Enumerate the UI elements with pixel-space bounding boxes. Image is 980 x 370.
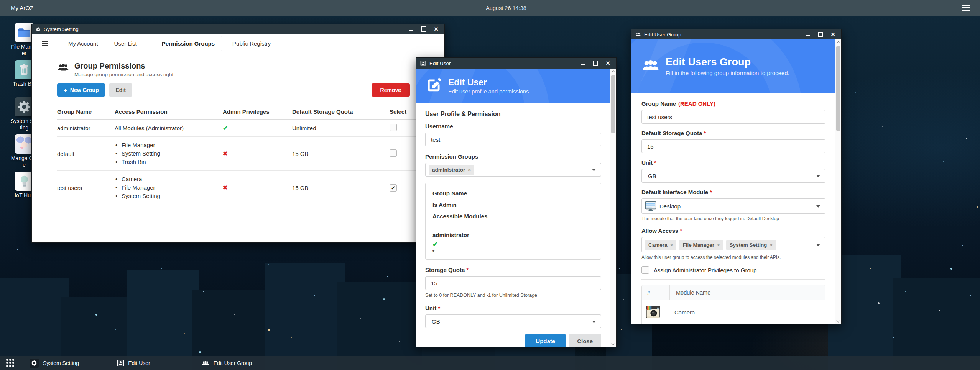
new-group-button[interactable]: + New Group bbox=[57, 83, 105, 97]
interface-module-value: Desktop bbox=[659, 203, 681, 210]
quota-cell: Unlimited bbox=[292, 120, 390, 137]
quota-cell: 15 GB bbox=[292, 137, 390, 171]
row-select-checkbox-checked[interactable]: ✔ bbox=[390, 184, 397, 192]
col-access-permission: Access Permission bbox=[115, 104, 223, 120]
module-tag: File Manager × bbox=[679, 240, 723, 250]
allow-access-multiselect[interactable]: Camera × File Manager × System Setting × bbox=[641, 237, 825, 252]
storage-quota-help: Set to 0 for READONLY and -1 for Unlimit… bbox=[425, 293, 601, 298]
remove-tag-icon[interactable]: × bbox=[468, 167, 471, 173]
close-dialog-button[interactable]: Close bbox=[569, 334, 601, 347]
section-title: User Profile & Permission bbox=[425, 111, 601, 118]
edit-group-button[interactable]: Edit bbox=[109, 83, 132, 97]
chevron-down-icon bbox=[592, 321, 596, 323]
tab-permission-groups[interactable]: Permission Groups bbox=[155, 36, 222, 51]
window-title: Edit User Group bbox=[644, 32, 681, 38]
unit-select[interactable]: GB bbox=[425, 314, 601, 328]
minimize-button[interactable] bbox=[581, 64, 585, 65]
minimize-button[interactable] bbox=[806, 35, 810, 36]
col-default-storage-quota: Default Storage Quota bbox=[292, 104, 390, 120]
users-icon bbox=[202, 360, 209, 366]
tab-public-registry[interactable]: Public Registry bbox=[232, 40, 271, 47]
window-title: Edit User bbox=[429, 61, 451, 66]
table-row: default File Manager System Setting Tras… bbox=[57, 137, 419, 171]
admin-privileges-checkbox[interactable] bbox=[641, 266, 649, 274]
close-button[interactable]: × bbox=[606, 61, 610, 66]
scrollbar[interactable] bbox=[610, 69, 616, 347]
dialog-title: Edit Users Group bbox=[666, 56, 789, 68]
app-launcher-icon[interactable] bbox=[6, 359, 14, 367]
scroll-up-icon[interactable] bbox=[612, 70, 615, 74]
update-button[interactable]: Update bbox=[525, 334, 566, 347]
start-menu-button[interactable]: My ArOZ bbox=[11, 5, 33, 11]
sidebar-toggle-icon[interactable] bbox=[42, 41, 48, 46]
close-button[interactable]: × bbox=[434, 26, 438, 32]
edit-icon bbox=[426, 77, 442, 95]
username-field[interactable] bbox=[425, 133, 601, 146]
unit-select[interactable]: GB bbox=[641, 169, 825, 183]
maximize-button[interactable] bbox=[818, 32, 823, 37]
default-interface-module-label: Default Interface Module* bbox=[641, 189, 825, 195]
scrollbar-thumb[interactable] bbox=[611, 75, 615, 133]
tab-user-list[interactable]: User List bbox=[114, 40, 137, 47]
plus-icon: + bbox=[64, 87, 67, 93]
permission-groups-panel: Group Permissions Manage group permissio… bbox=[32, 62, 444, 205]
edit-user-form: User Profile & Permission Username Permi… bbox=[416, 111, 610, 347]
clock: August 26 14:38 bbox=[486, 5, 526, 11]
system-setting-titlebar[interactable]: System Setting × bbox=[32, 24, 444, 34]
row-select-checkbox[interactable] bbox=[390, 149, 397, 157]
maximize-button[interactable] bbox=[421, 26, 426, 32]
default-interface-module-select[interactable]: Desktop bbox=[641, 198, 825, 214]
scrollbar-thumb[interactable] bbox=[836, 46, 840, 131]
system-setting-window: System Setting × My Account User List Pe… bbox=[31, 24, 445, 243]
required-mark: * bbox=[680, 228, 682, 234]
allow-access-label: Allow Access* bbox=[641, 228, 825, 234]
group-tag: administrator × bbox=[429, 165, 474, 175]
storage-quota-label: Storage Quota* bbox=[425, 267, 601, 273]
col-module-name: Module Name bbox=[670, 285, 825, 300]
cross-icon: ✖ bbox=[223, 150, 228, 157]
maximize-button[interactable] bbox=[593, 61, 598, 66]
module-tag: Camera × bbox=[645, 240, 676, 250]
check-icon: ✔ bbox=[223, 125, 228, 131]
required-mark: * bbox=[710, 189, 712, 195]
panel-group-value: administrator bbox=[432, 232, 594, 238]
required-mark: * bbox=[654, 159, 656, 166]
default-storage-quota-label: Default Storage Quota* bbox=[641, 130, 825, 136]
storage-quota-field[interactable] bbox=[425, 276, 601, 290]
default-storage-quota-field[interactable] bbox=[641, 139, 825, 153]
hamburger-menu-icon[interactable] bbox=[962, 5, 970, 11]
unit-label: Unit* bbox=[641, 159, 825, 166]
remove-tag-icon[interactable]: × bbox=[670, 242, 673, 248]
allow-access-help: Allow this user group to access the sele… bbox=[641, 255, 825, 260]
tab-my-account[interactable]: My Account bbox=[68, 40, 98, 47]
remove-tag-icon[interactable]: × bbox=[717, 242, 720, 248]
permission-groups-multiselect[interactable]: administrator × bbox=[425, 163, 601, 177]
edit-user-group-titlebar[interactable]: Edit User Group × bbox=[631, 29, 841, 39]
scroll-up-icon[interactable] bbox=[837, 41, 840, 45]
group-name-field[interactable] bbox=[641, 110, 825, 124]
group-name-cell: administrator bbox=[57, 120, 115, 137]
remove-group-button[interactable]: Remove bbox=[372, 83, 410, 97]
taskbar-item-edit-user[interactable]: Edit User bbox=[115, 356, 153, 370]
col-group-name: Group Name bbox=[57, 104, 115, 120]
dialog-subtitle: Fill in the following group information … bbox=[666, 70, 789, 76]
close-button[interactable]: × bbox=[831, 32, 835, 37]
taskbar-item-system-setting[interactable]: System Setting bbox=[27, 356, 81, 370]
remove-tag-icon[interactable]: × bbox=[770, 242, 773, 248]
row-select-checkbox[interactable] bbox=[390, 124, 397, 131]
panel-label: Is Admin bbox=[432, 199, 594, 211]
minimize-button[interactable] bbox=[409, 30, 413, 31]
window-icon bbox=[421, 61, 426, 66]
window-icon bbox=[117, 360, 124, 366]
col-select: Select bbox=[390, 104, 419, 120]
top-menubar: My ArOZ August 26 14:38 bbox=[0, 0, 980, 16]
edit-user-titlebar[interactable]: Edit User × bbox=[416, 58, 616, 69]
table-row: Camera bbox=[642, 300, 825, 324]
scrollbar[interactable] bbox=[835, 39, 841, 324]
scroll-down-icon[interactable] bbox=[612, 342, 615, 345]
admin-privileges-checkbox-row[interactable]: Assign Administrator Privileges to Group bbox=[641, 266, 825, 274]
scroll-down-icon[interactable] bbox=[837, 319, 840, 323]
chevron-down-icon bbox=[816, 205, 820, 208]
group-permissions-table: Group Name Access Permission Admin Privi… bbox=[57, 104, 419, 205]
taskbar-item-edit-user-group[interactable]: Edit User Group bbox=[199, 356, 254, 370]
